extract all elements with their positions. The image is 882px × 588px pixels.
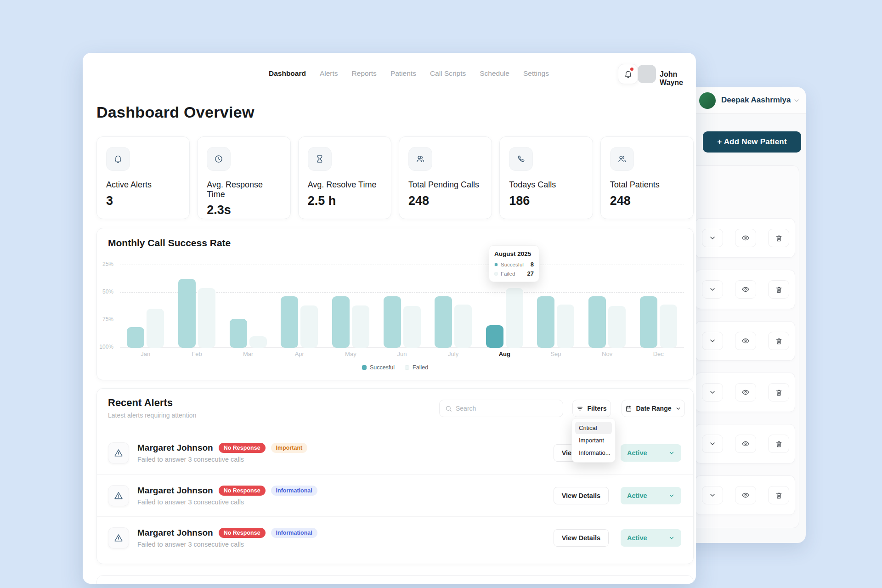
stat-value: 2.3s bbox=[207, 203, 281, 217]
bar-successful[interactable] bbox=[435, 296, 452, 348]
alert-description: Failed to answer 3 consecutive calls bbox=[137, 498, 317, 506]
chevron-down-icon[interactable] bbox=[702, 486, 723, 504]
bar-group-apr bbox=[274, 256, 325, 348]
stat-card: Todays Calls186 bbox=[499, 136, 593, 219]
chevron-down-icon bbox=[668, 492, 675, 499]
trash-icon[interactable] bbox=[768, 383, 789, 401]
bar-successful[interactable] bbox=[486, 325, 503, 348]
chevron-down-icon[interactable] bbox=[702, 280, 723, 299]
nav-link-dashboard[interactable]: Dashboard bbox=[269, 69, 306, 78]
alert-description: Failed to answer 3 consecutive calls bbox=[137, 456, 307, 463]
bar-successful[interactable] bbox=[230, 319, 247, 348]
eye-icon[interactable] bbox=[735, 435, 756, 453]
x-axis-label-nov: Nov bbox=[582, 351, 633, 357]
bar-failed[interactable] bbox=[249, 336, 267, 348]
stat-card: Total Patients248 bbox=[600, 136, 694, 219]
y-axis-tick: 75% bbox=[99, 316, 113, 322]
bar-failed[interactable] bbox=[300, 305, 318, 348]
chevron-down-icon[interactable] bbox=[793, 97, 800, 106]
alert-state-label: Active bbox=[627, 492, 647, 499]
add-new-patient-button[interactable]: + Add New Patient bbox=[703, 131, 801, 153]
bar-successful[interactable] bbox=[640, 296, 657, 348]
eye-icon[interactable] bbox=[735, 332, 756, 350]
chevron-down-icon[interactable] bbox=[702, 229, 723, 247]
nav-link-settings[interactable]: Settings bbox=[523, 69, 549, 78]
bar-successful[interactable] bbox=[384, 296, 401, 348]
bell-icon bbox=[624, 70, 633, 79]
nav-link-patients[interactable]: Patients bbox=[390, 69, 416, 78]
chevron-down-icon[interactable] bbox=[702, 332, 723, 350]
avatar bbox=[699, 92, 716, 109]
next-card-partial bbox=[96, 575, 694, 584]
avatar[interactable] bbox=[638, 65, 656, 83]
patient-row bbox=[695, 270, 795, 309]
trash-icon[interactable] bbox=[768, 486, 789, 504]
x-axis-label-may: May bbox=[325, 351, 377, 357]
trash-icon[interactable] bbox=[768, 229, 789, 247]
recent-alerts-title: Recent Alerts bbox=[108, 397, 173, 409]
side-user-name: Deepak Aashrmiya bbox=[721, 96, 791, 105]
tooltip-title: August 2025 bbox=[494, 250, 534, 257]
bar-failed[interactable] bbox=[403, 306, 421, 348]
trash-icon[interactable] bbox=[768, 280, 789, 299]
patient-row bbox=[695, 424, 795, 464]
nav-user-name: John Wayne bbox=[660, 70, 696, 87]
patient-list-panel bbox=[690, 165, 799, 528]
filter-option-critical[interactable]: Critical bbox=[575, 422, 612, 434]
hourglass-icon bbox=[308, 147, 332, 171]
patient-row bbox=[695, 475, 795, 515]
view-details-button[interactable]: View Details bbox=[554, 487, 609, 504]
legend-item-failed: Failed bbox=[405, 364, 428, 371]
bar-successful[interactable] bbox=[127, 327, 144, 348]
bar-failed[interactable] bbox=[352, 305, 369, 348]
nav-link-schedule[interactable]: Schedule bbox=[480, 69, 509, 78]
bar-group-nov bbox=[582, 256, 633, 348]
stat-value: 186 bbox=[509, 194, 583, 208]
bar-failed[interactable] bbox=[454, 305, 472, 348]
eye-icon[interactable] bbox=[735, 486, 756, 504]
filter-option-important[interactable]: Important bbox=[575, 434, 612, 447]
alert-state-select[interactable]: Active bbox=[621, 487, 681, 504]
stat-label: Todays Calls bbox=[509, 180, 583, 190]
x-axis-label-july: July bbox=[428, 351, 479, 357]
bar-failed[interactable] bbox=[198, 288, 215, 348]
alert-description: Failed to answer 3 consecutive calls bbox=[137, 541, 317, 548]
bar-successful[interactable] bbox=[281, 296, 298, 348]
bell-icon bbox=[106, 147, 130, 171]
filters-button[interactable]: Filters bbox=[572, 400, 611, 417]
bar-successful[interactable] bbox=[588, 296, 606, 348]
x-axis-label-apr: Apr bbox=[274, 351, 325, 357]
search-input[interactable] bbox=[456, 405, 548, 412]
bar-failed[interactable] bbox=[557, 305, 574, 348]
x-axis-label-jan: Jan bbox=[120, 351, 171, 357]
eye-icon[interactable] bbox=[735, 383, 756, 401]
date-range-button[interactable]: Date Range bbox=[622, 400, 685, 417]
bar-successful[interactable] bbox=[178, 279, 196, 348]
chevron-down-icon[interactable] bbox=[702, 435, 723, 453]
filter-option-informatio[interactable]: Informatio... bbox=[575, 447, 612, 459]
notifications-button[interactable] bbox=[618, 64, 638, 84]
view-details-button[interactable]: View Details bbox=[554, 529, 609, 547]
bar-failed[interactable] bbox=[147, 309, 164, 348]
nav-link-reports[interactable]: Reports bbox=[352, 69, 377, 78]
trash-icon[interactable] bbox=[768, 435, 789, 453]
bar-successful[interactable] bbox=[332, 296, 350, 348]
bar-failed[interactable] bbox=[506, 288, 523, 348]
status-badge: No Response bbox=[219, 528, 266, 538]
nav-link-alerts[interactable]: Alerts bbox=[320, 69, 338, 78]
bar-successful[interactable] bbox=[537, 296, 554, 348]
y-axis-tick: 100% bbox=[99, 344, 113, 350]
bar-failed[interactable] bbox=[660, 305, 677, 348]
eye-icon[interactable] bbox=[735, 229, 756, 247]
nav-link-call-scripts[interactable]: Call Scripts bbox=[430, 69, 466, 78]
stat-label: Total Pending Calls bbox=[408, 180, 482, 190]
chevron-down-icon[interactable] bbox=[702, 383, 723, 401]
alert-state-select[interactable]: Active bbox=[621, 444, 681, 462]
bar-failed[interactable] bbox=[608, 306, 626, 348]
bar-group-feb bbox=[171, 256, 223, 348]
trash-icon[interactable] bbox=[768, 332, 789, 350]
eye-icon[interactable] bbox=[735, 280, 756, 299]
dashboard-window: DashboardAlertsReportsPatientsCall Scrip… bbox=[83, 53, 696, 584]
alert-state-select[interactable]: Active bbox=[621, 529, 681, 547]
stat-label: Active Alerts bbox=[106, 180, 180, 190]
